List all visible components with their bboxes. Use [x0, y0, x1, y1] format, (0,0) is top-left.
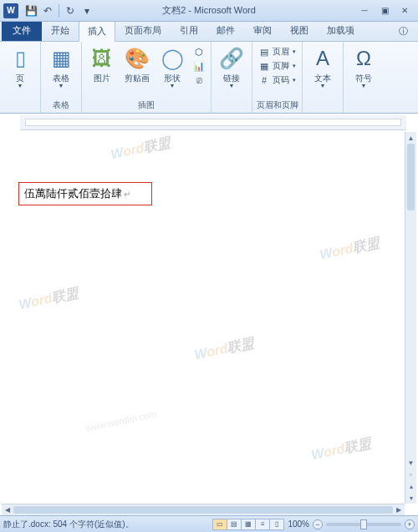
dropdown-arrow-icon: ▼ — [18, 83, 23, 89]
header-label: 页眉 — [273, 46, 289, 58]
browse-object-icon[interactable]: ◦ — [405, 469, 416, 480]
next-page-icon[interactable]: ▾ — [405, 492, 416, 504]
print-layout-view-button[interactable]: ▭ — [212, 519, 227, 530]
textbox-icon: A — [309, 45, 336, 72]
web-view-button[interactable]: ▦ — [241, 519, 256, 530]
smartart-button[interactable]: ⬡ — [191, 45, 207, 58]
scrollbar-thumb[interactable] — [13, 506, 393, 514]
header-button[interactable]: ▤页眉▾ — [256, 45, 298, 58]
title-bar: W 💾 ↶ ↻ ▾ 文档2 - Microsoft Word ─ ▣ ✕ — [0, 0, 418, 22]
pages-button[interactable]: ▯ 页 ▼ — [3, 43, 37, 90]
picture-label: 图片 — [94, 73, 110, 83]
window-controls: ─ ▣ ✕ — [356, 4, 413, 18]
watermark: Word联盟 — [18, 285, 80, 315]
table-button[interactable]: ▦ 表格 ▼ — [44, 43, 78, 90]
picture-button[interactable]: 🖼 图片 — [85, 43, 119, 84]
clipart-icon: 🎨 — [124, 45, 150, 72]
footer-label: 页脚 — [273, 60, 289, 72]
group-pages: ▯ 页 ▼ — [0, 42, 41, 113]
help-icon[interactable]: ⓘ — [395, 22, 411, 41]
document-area[interactable]: 伍萬陆仟贰佰壹拾肆 Word联盟 Word联盟 Word联盟 Word联盟 ww… — [2, 132, 416, 504]
pagenum-button[interactable]: #页码▾ — [256, 73, 298, 87]
horizontal-ruler[interactable] — [20, 115, 406, 130]
shapes-icon: ◯ — [159, 45, 186, 72]
tab-review[interactable]: 审阅 — [244, 20, 281, 41]
pagenum-icon: # — [258, 74, 270, 86]
scroll-down-icon[interactable]: ▼ — [405, 457, 416, 469]
group-label — [215, 110, 248, 113]
link-label: 链接 — [223, 73, 240, 83]
qat-separator — [59, 4, 59, 18]
ribbon-tabs: 文件 开始 插入 页面布局 引用 邮件 审阅 视图 加载项 ⓘ — [0, 22, 418, 42]
group-label: 插图 — [85, 99, 207, 113]
view-buttons: ▭ ▤ ▦ ≡ ▯ — [213, 519, 284, 530]
pages-label: 页 — [16, 73, 24, 83]
group-label: 页眉和页脚 — [256, 99, 298, 113]
hf-stack: ▤页眉▾ ▦页脚▾ #页码▾ — [256, 43, 298, 87]
horizontal-scrollbar[interactable]: ◀ ▶ — [2, 504, 405, 515]
textbox-button[interactable]: A 文本 ▼ — [306, 43, 339, 90]
vertical-scrollbar[interactable]: ▲ ▼ ◦ ▴ ▾ — [405, 132, 416, 504]
close-button[interactable]: ✕ — [396, 4, 413, 18]
zoom-out-button[interactable]: − — [313, 519, 323, 529]
scroll-left-icon[interactable]: ◀ — [2, 504, 13, 515]
scroll-up-icon[interactable]: ▲ — [405, 132, 416, 144]
watermark-url: www.wordlm.com — [85, 408, 157, 433]
tab-insert[interactable]: 插入 — [79, 21, 115, 42]
restore-button[interactable]: ▣ — [376, 4, 393, 18]
dropdown-arrow-icon: ▼ — [170, 83, 176, 89]
tab-view[interactable]: 视图 — [281, 20, 318, 41]
symbol-icon: Ω — [350, 45, 377, 72]
minimize-button[interactable]: ─ — [356, 4, 373, 18]
link-icon: 🔗 — [218, 45, 245, 72]
tab-file[interactable]: 文件 — [2, 20, 42, 41]
highlight-annotation: 伍萬陆仟贰佰壹拾肆 — [18, 182, 152, 205]
dropdown-arrow-icon: ▼ — [361, 83, 367, 89]
qat-customize-icon[interactable]: ▾ — [79, 3, 94, 18]
undo-icon[interactable]: ↶ — [40, 3, 55, 18]
redo-icon[interactable]: ↻ — [63, 3, 78, 18]
hyperlink-button[interactable]: 🔗 链接 ▼ — [215, 43, 248, 90]
app-logo[interactable]: W — [3, 3, 18, 18]
window-title: 文档2 - Microsoft Word — [162, 4, 256, 17]
picture-icon: 🖼 — [89, 45, 115, 72]
zoom-slider[interactable] — [326, 523, 401, 526]
scrollbar-thumb[interactable] — [407, 144, 415, 210]
pagenum-label: 页码 — [273, 74, 289, 86]
symbol-button[interactable]: Ω 符号 ▼ — [347, 43, 380, 90]
tab-addins[interactable]: 加载项 — [318, 20, 364, 41]
page-icon: ▯ — [7, 45, 33, 72]
save-icon[interactable]: 💾 — [23, 3, 38, 18]
chart-button[interactable]: 📊 — [191, 59, 207, 73]
zoom-slider-thumb[interactable] — [360, 519, 367, 529]
screenshot-button[interactable]: ⎚ — [191, 73, 207, 87]
outline-view-button[interactable]: ≡ — [255, 519, 270, 530]
scroll-right-icon[interactable]: ▶ — [393, 504, 405, 515]
draft-view-button[interactable]: ▯ — [269, 519, 284, 530]
tab-home[interactable]: 开始 — [42, 20, 79, 41]
group-tables: ▦ 表格 ▼ 表格 — [41, 42, 82, 113]
group-links: 🔗 链接 ▼ — [212, 42, 252, 113]
group-text: A 文本 ▼ — [303, 42, 344, 113]
prev-page-icon[interactable]: ▴ — [405, 480, 416, 492]
footer-button[interactable]: ▦页脚▾ — [256, 59, 298, 73]
group-symbols: Ω 符号 ▼ — [344, 42, 384, 113]
dropdown-arrow-icon: ▼ — [59, 83, 64, 89]
fullscreen-view-button[interactable]: ▤ — [227, 519, 242, 530]
document-text[interactable]: 伍萬陆仟贰佰壹拾肆 — [24, 187, 130, 200]
dropdown-arrow-icon: ▼ — [229, 83, 235, 89]
clipart-button[interactable]: 🎨 剪贴画 — [120, 43, 154, 84]
tab-references[interactable]: 引用 — [171, 20, 207, 41]
watermark: Word联盟 — [319, 235, 381, 265]
tab-mailings[interactable]: 邮件 — [207, 20, 244, 41]
tab-layout[interactable]: 页面布局 — [115, 20, 171, 41]
status-bar: 静止了.docx: 504 个字符(近似值)。 ▭ ▤ ▦ ≡ ▯ 100% −… — [0, 515, 418, 532]
illus-small-stack: ⬡ 📊 ⎚ — [191, 43, 207, 87]
footer-icon: ▦ — [258, 60, 270, 72]
zoom-percent[interactable]: 100% — [288, 519, 309, 529]
status-text: 静止了.docx: 504 个字符(近似值)。 — [3, 519, 134, 530]
shapes-button[interactable]: ◯ 形状 ▼ — [155, 43, 189, 90]
group-label: 表格 — [44, 99, 78, 113]
zoom-in-button[interactable]: + — [405, 519, 415, 529]
watermark: Word联盟 — [310, 435, 373, 465]
